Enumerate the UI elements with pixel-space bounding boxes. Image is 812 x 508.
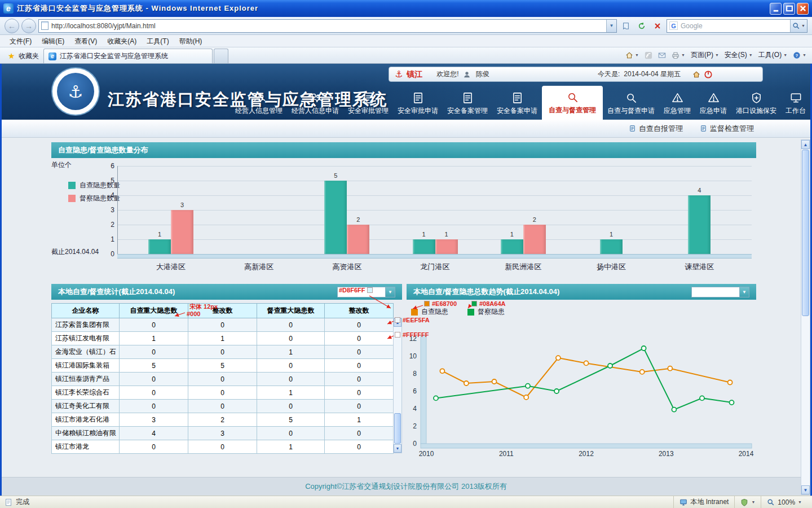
x-category-label: 谏壁港区 [663, 262, 736, 272]
table-row[interactable]: 镇江李长荣综合石0010 [52, 386, 394, 400]
new-tab-stub[interactable] [214, 49, 228, 63]
select-box[interactable] [691, 287, 740, 297]
read-mail-button[interactable] [658, 51, 666, 59]
home-icon[interactable] [692, 71, 700, 78]
safety-menu-button[interactable]: 安全(S)▼ [725, 50, 753, 60]
nav-item-5[interactable]: 安全备案管理 [443, 88, 492, 120]
menu-item-4[interactable]: 收藏夹(A) [102, 35, 142, 47]
nav-item-4[interactable]: 安全审批申请 [393, 88, 443, 120]
doc-icon [461, 91, 474, 104]
menu-item-3[interactable]: 查看(V) [69, 35, 102, 47]
help-button[interactable]: ? ▼ [793, 51, 806, 59]
logout-icon[interactable] [704, 71, 712, 78]
annotation-text: #E68700 [432, 300, 457, 307]
stop-button[interactable] [651, 19, 664, 33]
select-box[interactable] [337, 287, 386, 297]
people-icon [253, 91, 266, 104]
nav-label: 港口设施保安 [736, 106, 776, 116]
gridline [117, 181, 752, 181]
scroll-thumb[interactable] [394, 413, 401, 444]
value-cell: 0 [257, 332, 325, 345]
minimize-button[interactable] [770, 3, 782, 15]
done-page-icon [5, 498, 12, 506]
legend-label: 自查隐患 [421, 307, 448, 317]
submenu-item-2[interactable]: 监督检查管理 [700, 124, 754, 134]
close-button[interactable] [797, 3, 809, 15]
shield-icon [740, 498, 748, 506]
favorites-button[interactable]: ★ 收藏夹 [3, 49, 43, 63]
tab-title: 江苏省港口安全监管与应急管理系统 [60, 51, 168, 61]
asof-label: 截止2014.04.04 [51, 247, 99, 257]
home-button[interactable]: ▼ [625, 51, 639, 59]
address-dropdown[interactable]: ▼ [606, 20, 616, 32]
bar-value-label: 1 [600, 231, 623, 238]
table-row[interactable]: 金海宏业（镇江）石0010 [52, 345, 394, 359]
url-text[interactable]: http://localhost:8080/yjpt/Main.html [51, 22, 606, 30]
menu-item-1[interactable]: 文件(F) [5, 35, 37, 47]
table-row[interactable]: 镇江市港龙0010 [52, 440, 394, 454]
table-row[interactable]: 江苏镇江发电有限1100 [52, 332, 394, 345]
google-icon: G [669, 21, 678, 30]
nav-item-1[interactable]: 经营人信息管理 [231, 88, 287, 120]
search-input[interactable]: Google [681, 22, 790, 30]
security-zone: 本地 Intranet [673, 496, 734, 508]
table-row[interactable]: 镇江恒泰沥青产品0000 [52, 373, 394, 386]
annotation-text: #08A64A [479, 300, 505, 307]
nav-item-10[interactable]: 应急申请 [695, 88, 731, 120]
nav-item-11[interactable]: 港口设施保安 [731, 88, 781, 120]
select-arrow-icon[interactable]: ▼ [740, 287, 749, 297]
nav-item-9[interactable]: 应急管理 [659, 88, 695, 120]
back-button[interactable]: ← [5, 19, 19, 33]
company-name-cell: 中储粮镇江粮油有限 [52, 427, 120, 440]
value-cell: 0 [120, 318, 188, 332]
svg-text:10: 10 [409, 352, 417, 360]
table-row[interactable]: 镇江港国际集装箱5500 [52, 359, 394, 373]
table-filter-select[interactable]: ▼ [337, 287, 395, 297]
scroll-up-icon[interactable]: ▲ [801, 140, 810, 149]
scroll-thumb[interactable] [802, 150, 809, 316]
table-scrollbar[interactable]: ▲ ▼ [393, 318, 402, 453]
nav-item-12[interactable]: 工作台 [781, 88, 810, 120]
browser-tab[interactable]: e 江苏省港口安全监管与应急管理系统 [43, 49, 213, 63]
search-button[interactable]: ▼ [790, 20, 807, 32]
bar-value-label: 5 [324, 172, 347, 179]
nav-item-6[interactable]: 安全备案申请 [492, 88, 542, 120]
submenu-item-1[interactable]: 自查自报管理 [629, 124, 683, 134]
bar-value-label: 2 [523, 216, 546, 223]
trend-filter-select[interactable]: ▼ [691, 287, 749, 297]
zoom-control[interactable]: 100% ▼ [761, 496, 807, 508]
protected-mode-flag[interactable]: ▼ [734, 496, 761, 508]
page-scrollbar[interactable]: ▲ ▼ [801, 139, 810, 495]
print-button[interactable]: ▼ [672, 51, 685, 59]
value-cell: 5 [188, 359, 257, 373]
nav-label: 经营人信息管理 [235, 106, 283, 116]
bar-value-label: 1 [501, 231, 523, 238]
table-row[interactable]: 中储粮镇江粮油有限4300 [52, 427, 394, 440]
maximize-button[interactable] [783, 3, 795, 15]
search-box[interactable]: G Google ▼ [667, 19, 807, 33]
nav-item-7[interactable]: 自查与督查管理 [542, 86, 603, 120]
forward-button[interactable]: → [21, 19, 36, 33]
menu-item-6[interactable]: 帮助(H) [174, 35, 208, 47]
scroll-down-icon[interactable]: ▼ [394, 444, 401, 453]
table-row[interactable]: 镇江奇美化工有限0000 [52, 400, 394, 413]
address-bar[interactable]: http://localhost:8080/yjpt/Main.html ▼ [38, 19, 617, 33]
scroll-up-icon[interactable]: ▲ [394, 318, 401, 327]
color-swatch [424, 301, 430, 306]
tools-menu-button[interactable]: 工具(O)▼ [758, 50, 787, 60]
table-row[interactable]: 江苏索普集团有限0000 [52, 318, 394, 332]
feeds-button[interactable] [645, 51, 652, 59]
nav-item-2[interactable]: 经营人信息申请 [287, 88, 343, 120]
scroll-down-icon[interactable]: ▼ [801, 485, 810, 494]
value-cell: 1 [257, 386, 325, 400]
refresh-button[interactable] [635, 19, 648, 33]
table-row[interactable]: 镇江市港龙石化港3251 [52, 413, 394, 427]
nav-item-8[interactable]: 自查与督查申请 [603, 88, 659, 120]
nav-item-3[interactable]: 安全审批管理 [343, 88, 393, 120]
value-cell: 1 [257, 345, 325, 359]
menu-item-5[interactable]: 工具(T) [142, 35, 174, 47]
menu-item-2[interactable]: 编辑(E) [37, 35, 69, 47]
compatibility-view-button[interactable] [619, 19, 633, 33]
select-arrow-icon[interactable]: ▼ [386, 287, 395, 297]
page-menu-button[interactable]: 页面(P)▼ [691, 50, 719, 60]
